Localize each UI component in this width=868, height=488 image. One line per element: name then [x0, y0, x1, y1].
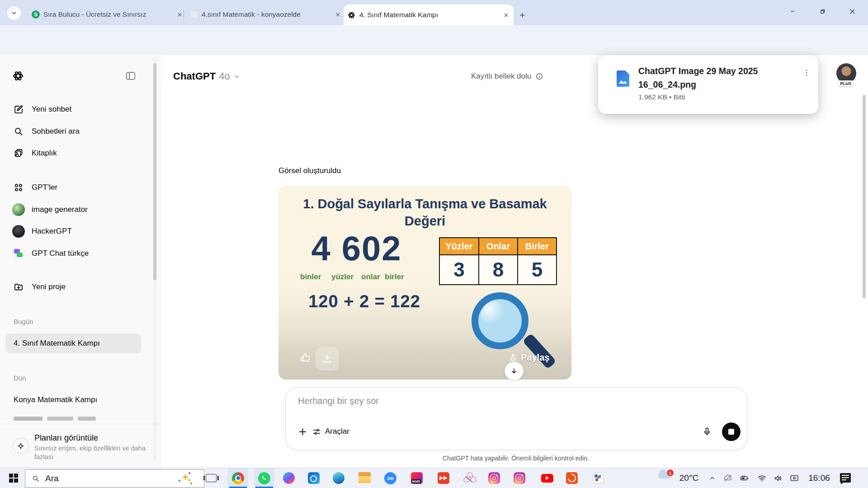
taskbar-app-outlook[interactable] [303, 468, 324, 488]
history-section-label: Dün [14, 374, 26, 382]
tab-favicon-blank [190, 10, 198, 19]
sidebar-item-library[interactable]: Kitaplık [5, 143, 141, 163]
sidebar-item-new-project[interactable]: Yeni proje [5, 277, 141, 297]
sidebar-item-new-chat[interactable]: Yeni sohbet [5, 99, 141, 119]
image-download-button[interactable] [316, 347, 339, 371]
chat-item-active[interactable]: 4. Sınıf Matematik Kampı [5, 333, 141, 353]
volume-icon[interactable] [770, 468, 786, 488]
onedrive-offline-icon[interactable] [721, 468, 735, 488]
image-like-button[interactable] [297, 350, 313, 365]
tab-close-icon[interactable] [334, 10, 342, 19]
chevron-down-icon [233, 73, 241, 80]
generated-image[interactable]: 1. Doğal Sayılarla Tanışma ve Basamak De… [278, 185, 571, 380]
plans-title: Planları görüntüle [34, 433, 98, 443]
taskbar-app-edge[interactable] [328, 468, 349, 488]
close-icon [849, 8, 856, 15]
sidebar-item-gpts[interactable]: GPT'ler [5, 178, 141, 197]
gpt-avatar-hackergpt [12, 225, 25, 238]
sync-app-icon [566, 472, 578, 484]
browser-tab-2[interactable]: 4.sınıf Matematik - konyaozelde [186, 6, 345, 23]
chat-composer[interactable]: Herhangi bir şey sor Araçlar [285, 387, 747, 450]
cast-display-icon[interactable] [787, 468, 802, 488]
sidebar-toggle-button[interactable] [125, 70, 137, 82]
sidebar-item-gpt-chat-turkce[interactable]: GPT Chat türkçe [5, 244, 141, 263]
tab-close-icon[interactable] [175, 10, 184, 19]
page-scrollbar[interactable] [863, 95, 866, 298]
chat-item-partially-hidden[interactable] [14, 417, 127, 423]
start-button[interactable] [4, 468, 24, 488]
sidebar-plans-button[interactable]: Planları görüntüle Sınırsız erişim, ekip… [0, 424, 160, 468]
table-header: Birler [518, 238, 557, 255]
attach-button[interactable] [293, 422, 312, 441]
sidebar-item-label: Yeni sohbet [32, 105, 71, 114]
task-view-button[interactable] [201, 468, 221, 488]
sidebar-item-hackergpt[interactable]: HackerGPT [5, 221, 141, 241]
sidebar-item-image-generator[interactable]: image generator [5, 200, 141, 220]
model-label: 4o [219, 70, 230, 82]
temperature-label[interactable]: 20°C [676, 468, 702, 488]
window-restore-button[interactable] [808, 0, 837, 23]
download-filename[interactable]: ChatGPT Image 29 May 2025 16_06_24.png [638, 64, 794, 91]
clock-label[interactable]: 16:06 [805, 468, 834, 488]
sidebar-item-search-chats[interactable]: Sohbetleri ara [5, 122, 141, 141]
browser-tab-1[interactable]: S Sıra Bulucu - Ücretsiz ve Sınırsız [28, 6, 187, 23]
gpt-avatar-image-generator [12, 203, 25, 216]
taskbar-app-whatsapp[interactable] [254, 468, 274, 488]
memory-notice[interactable]: Kayıtlı bellek dolu [471, 72, 543, 81]
sidebar-item-label: HackerGPT [32, 227, 72, 236]
copilot-sparkle-icon [179, 473, 191, 484]
place-label-yuzler: yüzler [331, 272, 354, 282]
taskbar-app-instagram[interactable] [484, 468, 504, 488]
tab-close-icon[interactable] [502, 11, 510, 19]
chat-input[interactable]: Herhangi bir şey sor [298, 396, 379, 406]
chat-item[interactable]: Konya Matematik Kampı [5, 390, 141, 410]
taskbar-search-box[interactable]: Ara [25, 469, 204, 488]
table-value-row: 3 8 5 [439, 255, 557, 285]
chevron-down-icon [11, 10, 17, 16]
taskbar-app-instagram-2[interactable] [509, 468, 529, 488]
wifi-icon[interactable] [754, 468, 769, 488]
download-meta: 1.962 KB • Bitti [638, 93, 685, 101]
taskbar-app-file-explorer[interactable] [354, 468, 375, 488]
taskbar-app-youtube[interactable] [537, 468, 557, 488]
taskbar-app-sync[interactable] [561, 468, 582, 488]
window-minimize-button[interactable] [778, 0, 807, 23]
taskbar-app-m365[interactable]: M365 [406, 468, 427, 488]
place-label-birler: birler [385, 272, 404, 282]
taskbar-app-drawing[interactable] [459, 468, 480, 488]
download-item-menu-button[interactable] [802, 69, 811, 77]
image-file-icon [617, 70, 629, 87]
chat-item-label: 4. Sınıf Matematik Kampı [14, 339, 100, 348]
minimize-icon [789, 8, 796, 14]
scroll-to-bottom-button[interactable] [505, 361, 524, 380]
instagram-icon [488, 472, 500, 484]
tray-expand-button[interactable] [705, 468, 719, 488]
browser-tab-active[interactable]: 4. Sınıf Matematik Kampı [344, 5, 514, 25]
taskbar-app-chrome[interactable] [228, 468, 248, 488]
worksheet-big-number: 4 602 [301, 229, 412, 268]
sidebar-scrollbar-thumb[interactable] [153, 63, 156, 280]
table-cell: 8 [479, 255, 518, 285]
new-tab-button[interactable] [515, 8, 529, 22]
taskbar-app-zoom[interactable]: zm [380, 468, 401, 488]
youtube-icon [541, 474, 553, 483]
dictation-button[interactable] [698, 422, 716, 441]
tray-app-paint[interactable] [590, 468, 607, 488]
sidebar-item-label: GPT'ler [32, 183, 57, 192]
model-selector[interactable]: ChatGPT 4o [173, 70, 241, 82]
tools-button[interactable]: Araçlar [312, 422, 362, 441]
copilot-icon [283, 472, 295, 484]
media-player-icon [438, 472, 449, 484]
share-icon [508, 352, 518, 362]
place-label-onlar: onlar [361, 272, 380, 282]
chevron-up-icon [709, 475, 716, 482]
stop-generating-button[interactable] [722, 422, 741, 441]
taskbar-app-copilot[interactable] [278, 468, 299, 488]
notification-center-button[interactable] [840, 473, 851, 483]
download-bubble[interactable]: ChatGPT Image 29 May 2025 16_06_24.png 1… [598, 55, 818, 114]
window-close-button[interactable] [838, 0, 867, 23]
battery-icon[interactable] [737, 468, 752, 488]
taskbar-app-media-player[interactable] [433, 468, 453, 488]
brand-label: ChatGPT [173, 70, 216, 82]
tab-search-button[interactable] [7, 6, 21, 20]
